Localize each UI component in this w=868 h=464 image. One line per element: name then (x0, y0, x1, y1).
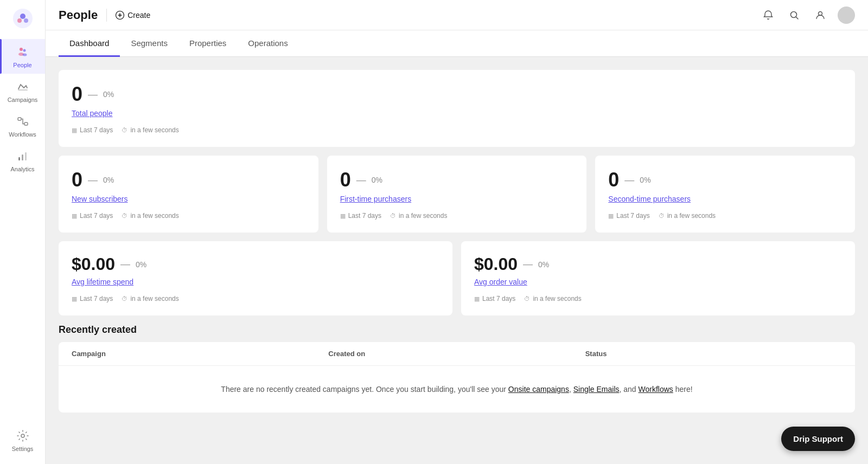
new-subscribers-pct: 0% (103, 176, 114, 184)
onsite-campaigns-link[interactable]: Onsite campaigns (508, 385, 569, 394)
tab-properties[interactable]: Properties (178, 31, 237, 57)
avatar[interactable] (838, 7, 855, 24)
main-content: People Create (46, 0, 868, 464)
sidebar-label-people: People (13, 62, 31, 68)
app-logo[interactable] (11, 7, 35, 30)
svg-rect-8 (18, 89, 28, 91)
clock-icon-2: ⏱ (122, 212, 127, 219)
empty-text-mid1: , (569, 385, 573, 394)
avg-lifetime-value: $0.00 (72, 254, 115, 274)
svg-point-5 (23, 49, 25, 52)
people-icon (15, 44, 30, 60)
first-time-value: 0 (340, 169, 351, 191)
sidebar-label-analytics: Analytics (10, 166, 34, 172)
tab-bar: Dashboard Segments Properties Operations (46, 30, 868, 57)
empty-text-end: here! (673, 385, 693, 394)
avg-lifetime-pct: 0% (136, 260, 146, 269)
col-created-on: Created on (328, 350, 585, 358)
total-period: ▦ Last 7 days (72, 126, 113, 134)
svg-point-2 (17, 18, 22, 23)
svg-point-1 (20, 14, 25, 19)
workflows-icon (15, 114, 30, 129)
empty-text-mid2: , and (620, 385, 639, 394)
clock-icon: ⏱ (122, 127, 127, 133)
first-time-label[interactable]: First-time purchasers (340, 195, 574, 203)
avg-order-pct: 0% (538, 260, 549, 269)
create-button[interactable]: Create (116, 11, 150, 20)
empty-text-start: There are no recently created campaigns … (221, 385, 508, 394)
total-people-dash: — (88, 89, 98, 100)
col-campaign: Campaign (72, 350, 328, 358)
sidebar: People Campaigns Workflows (0, 0, 46, 464)
svg-rect-11 (18, 157, 20, 160)
svg-rect-9 (18, 118, 21, 120)
analytics-icon (15, 149, 30, 164)
clock-icon-3: ⏱ (390, 212, 396, 219)
search-icon (789, 10, 800, 21)
avg-lifetime-label[interactable]: Avg lifetime spend (72, 278, 439, 286)
sidebar-item-people[interactable]: People (0, 39, 45, 74)
calendar-icon-4: ▦ (608, 212, 614, 220)
first-time-purchasers-card: 0 — 0% First-time purchasers ▦ Last 7 da… (327, 156, 587, 233)
avg-order-value: $0.00 (474, 254, 518, 274)
table-empty-message: There are no recently created campaigns … (59, 366, 855, 413)
user-button[interactable] (812, 7, 829, 24)
create-label: Create (127, 11, 150, 20)
calendar-icon-2: ▦ (72, 212, 77, 220)
new-subscribers-label[interactable]: New subscribers (72, 195, 305, 203)
svg-rect-12 (22, 154, 23, 160)
sidebar-item-analytics[interactable]: Analytics (0, 143, 45, 178)
total-people-label[interactable]: Total people (72, 109, 842, 118)
avg-order-value-card: $0.00 — 0% Avg order value ▦ Last 7 days… (461, 241, 855, 315)
svg-point-7 (22, 54, 27, 56)
second-time-label[interactable]: Second-time purchasers (608, 195, 842, 203)
clock-icon-4: ⏱ (659, 212, 665, 219)
second-time-value: 0 (608, 169, 619, 191)
sidebar-label-settings: Settings (12, 446, 34, 452)
tab-dashboard[interactable]: Dashboard (59, 31, 120, 57)
total-updated: ⏱ in a few seconds (122, 126, 178, 134)
workflows-link[interactable]: Workflows (639, 385, 673, 394)
sidebar-item-campaigns[interactable]: Campaigns (0, 74, 45, 108)
header-divider (106, 9, 107, 22)
sidebar-item-settings[interactable]: Settings (0, 423, 45, 457)
plus-icon (116, 11, 124, 20)
tab-operations[interactable]: Operations (237, 31, 298, 57)
svg-rect-13 (25, 152, 27, 160)
header-actions (760, 7, 855, 24)
drip-support-button[interactable]: Drip Support (781, 427, 855, 451)
stat-top-total: 0 — 0% (72, 83, 842, 106)
recently-created-title: Recently created (59, 324, 855, 336)
stats-row-2: $0.00 — 0% Avg lifetime spend ▦ Last 7 d… (59, 241, 855, 315)
user-icon (815, 10, 826, 21)
svg-rect-10 (24, 123, 28, 125)
tab-segments[interactable]: Segments (120, 31, 178, 57)
calendar-icon-5: ▦ (72, 295, 77, 302)
single-emails-link[interactable]: Single Emails (573, 385, 620, 394)
clock-icon-6: ⏱ (524, 295, 530, 302)
sidebar-item-workflows[interactable]: Workflows (0, 108, 45, 143)
total-updated-label: in a few seconds (130, 126, 178, 134)
notifications-button[interactable] (760, 7, 777, 24)
recently-created-section: Recently created Campaign Created on Sta… (59, 324, 855, 413)
second-time-pct: 0% (640, 176, 650, 184)
sidebar-label-workflows: Workflows (9, 131, 36, 138)
search-button[interactable] (786, 7, 803, 24)
total-period-label: Last 7 days (80, 126, 113, 134)
calendar-icon-6: ▦ (474, 295, 480, 302)
svg-point-16 (791, 11, 797, 17)
avg-order-label[interactable]: Avg order value (474, 278, 842, 286)
clock-icon-5: ⏱ (122, 295, 127, 302)
recently-created-table: Campaign Created on Status There are no … (59, 342, 855, 413)
table-header: Campaign Created on Status (59, 342, 855, 366)
calendar-icon-3: ▦ (340, 212, 346, 220)
sidebar-label-campaigns: Campaigns (8, 96, 38, 103)
page-header: People Create (46, 0, 868, 30)
page-content: 0 — 0% Total people ▦ Last 7 days ⏱ in a… (46, 57, 868, 464)
page-title: People (59, 8, 98, 22)
new-subscribers-card: 0 — 0% New subscribers ▦ Last 7 days ⏱ i… (59, 156, 318, 233)
second-time-purchasers-card: 0 — 0% Second-time purchasers ▦ Last 7 d… (595, 156, 855, 233)
svg-point-14 (21, 434, 24, 437)
svg-point-3 (24, 18, 28, 23)
stats-row-3: 0 — 0% New subscribers ▦ Last 7 days ⏱ i… (59, 156, 855, 233)
